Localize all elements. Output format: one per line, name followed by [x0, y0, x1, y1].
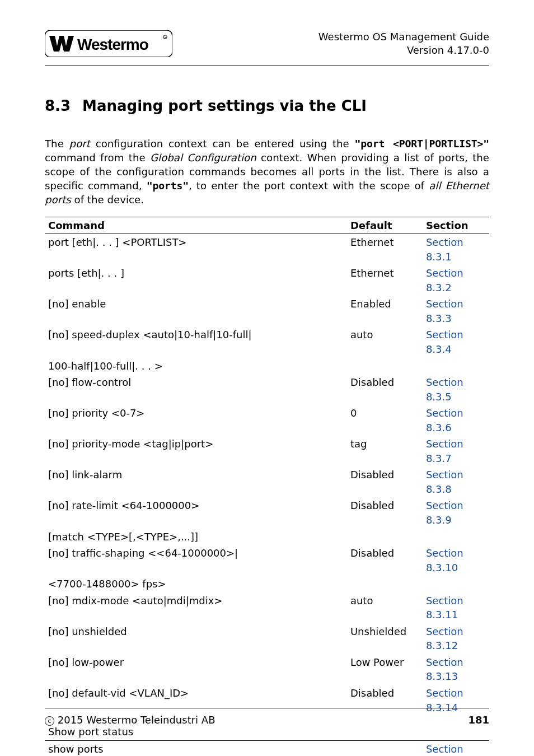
- text-mono: "port <PORT|PORTLIST>": [355, 138, 490, 150]
- cell-def: Disabled: [347, 497, 423, 528]
- cell-cmd: [match <TYPE>[,<TYPE>,...]]: [45, 529, 347, 545]
- table-row: ports [eth|. . . ]EthernetSection 8.3.2: [45, 265, 489, 296]
- section-number: 8.3: [45, 97, 77, 114]
- section-heading: 8.3 Managing port settings via the CLI: [45, 97, 489, 114]
- table-row: [no] priority-mode <tag|ip|port>tagSecti…: [45, 436, 489, 466]
- cell-sec: [423, 358, 489, 375]
- section-link[interactable]: Section 8.3.15: [423, 740, 489, 756]
- footer-copyright-text: 2015 Westermo Teleindustri AB: [54, 714, 215, 726]
- cell-cmd: [no] mdix-mode <auto|mdi|mdix>: [45, 592, 347, 623]
- th-section: Section: [423, 217, 489, 234]
- header-title-line2: Version 4.17.0-0: [318, 44, 489, 57]
- cell-def: Disabled: [347, 545, 423, 576]
- cell-cmd: [no] traffic-shaping <<64-1000000>|: [45, 545, 347, 576]
- intro-paragraph: The port configuration context can be en…: [45, 137, 489, 207]
- section-link[interactable]: Section 8.3.12: [423, 623, 489, 654]
- table-row: [no] link-alarmDisabledSection 8.3.8: [45, 466, 489, 497]
- section-link[interactable]: Section 8.3.4: [423, 326, 489, 357]
- cell-cmd: port [eth|. . . ] <PORTLIST>: [45, 234, 347, 265]
- text: of the device.: [71, 194, 144, 206]
- cell-def: Ethernet: [347, 234, 423, 265]
- cell-sec: [423, 529, 489, 545]
- header-title: Westermo OS Management Guide Version 4.1…: [318, 30, 489, 58]
- cell-cmd: [no] low-power: [45, 654, 347, 685]
- text-italic: Global Configuration: [150, 152, 256, 164]
- section-link[interactable]: Section 8.3.13: [423, 654, 489, 685]
- cell-cmd: ports [eth|. . . ]: [45, 265, 347, 296]
- table-row: [no] rate-limit <64-1000000>DisabledSect…: [45, 497, 489, 528]
- page-footer: c 2015 Westermo Teleindustri AB 181: [45, 708, 489, 726]
- svg-text:Westermo: Westermo: [77, 36, 149, 53]
- cell-def: [347, 358, 423, 375]
- cell-def: Disabled: [347, 374, 423, 405]
- page-header: Westermo R Westermo OS Management Guide …: [45, 30, 489, 66]
- text: command from the: [45, 152, 150, 164]
- page-number: 181: [468, 714, 489, 726]
- section-link[interactable]: Section 8.3.9: [423, 497, 489, 528]
- section-link[interactable]: Section 8.3.3: [423, 296, 489, 326]
- section-link[interactable]: Section 8.3.1: [423, 234, 489, 265]
- table-row: [match <TYPE>[,<TYPE>,...]]: [45, 529, 489, 545]
- th-command: Command: [45, 217, 347, 234]
- table-row: [no] flow-controlDisabledSection 8.3.5: [45, 374, 489, 405]
- table-row: [no] low-powerLow PowerSection 8.3.13: [45, 654, 489, 685]
- header-title-line1: Westermo OS Management Guide: [318, 30, 489, 44]
- cell-cmd: [no] flow-control: [45, 374, 347, 405]
- cell-def: auto: [347, 326, 423, 357]
- command-table: Command Default Section port [eth|. . . …: [45, 217, 489, 756]
- text-italic: port: [69, 138, 90, 150]
- table-row: [no] unshieldedUnshieldedSection 8.3.12: [45, 623, 489, 654]
- cell-sec: [423, 576, 489, 592]
- footer-copyright: c 2015 Westermo Teleindustri AB: [45, 714, 215, 726]
- cell-def: Enabled: [347, 296, 423, 326]
- cell-def: Ethernet: [347, 265, 423, 296]
- cell-cmd: [no] unshielded: [45, 623, 347, 654]
- cell-cmd: [no] rate-limit <64-1000000>: [45, 497, 347, 528]
- section-title-text: Managing port settings via the CLI: [82, 97, 367, 114]
- table-header-row: Command Default Section: [45, 217, 489, 234]
- section-link[interactable]: Section 8.3.2: [423, 265, 489, 296]
- table-row: [no] enableEnabledSection 8.3.3: [45, 296, 489, 326]
- cell-cmd: [no] link-alarm: [45, 466, 347, 497]
- text: The: [45, 138, 69, 150]
- table-row: [no] priority <0-7>0Section 8.3.6: [45, 405, 489, 436]
- table-row: show portsSection 8.3.15: [45, 740, 489, 756]
- copyright-icon: c: [45, 716, 54, 726]
- table-row: [no] speed-duplex <auto|10-half|10-full|…: [45, 326, 489, 357]
- table-row: <7700-1488000> fps>: [45, 576, 489, 592]
- cell-def: 0: [347, 405, 423, 436]
- cell-def: Unshielded: [347, 623, 423, 654]
- cell-def: Low Power: [347, 654, 423, 685]
- table-row: [no] mdix-mode <auto|mdi|mdix>autoSectio…: [45, 592, 489, 623]
- cell-cmd: show ports: [45, 740, 347, 756]
- text-mono: "ports": [147, 180, 189, 192]
- cell-def: Disabled: [347, 466, 423, 497]
- th-default: Default: [347, 217, 423, 234]
- cell-def: [347, 740, 423, 756]
- cell-cmd: [no] enable: [45, 296, 347, 326]
- table-row: [no] traffic-shaping <<64-1000000>|Disab…: [45, 545, 489, 576]
- cell-cmd: <7700-1488000> fps>: [45, 576, 347, 592]
- cell-def: auto: [347, 592, 423, 623]
- cell-def: [347, 576, 423, 592]
- cell-cmd: [no] priority <0-7>: [45, 405, 347, 436]
- table-row: port [eth|. . . ] <PORTLIST>EthernetSect…: [45, 234, 489, 265]
- section-link[interactable]: Section 8.3.11: [423, 592, 489, 623]
- section-link[interactable]: Section 8.3.5: [423, 374, 489, 405]
- cell-def: [347, 529, 423, 545]
- table-row: 100-half|100-full|. . . >: [45, 358, 489, 375]
- section-link[interactable]: Section 8.3.7: [423, 436, 489, 466]
- cell-cmd: [no] priority-mode <tag|ip|port>: [45, 436, 347, 466]
- cell-cmd: 100-half|100-full|. . . >: [45, 358, 347, 375]
- text: , to enter the port context with the sco…: [189, 180, 429, 192]
- section-link[interactable]: Section 8.3.8: [423, 466, 489, 497]
- westermo-logo: Westermo R: [45, 30, 172, 57]
- cell-def: tag: [347, 436, 423, 466]
- text: configuration context can be entered usi…: [90, 138, 355, 150]
- section-link[interactable]: Section 8.3.6: [423, 405, 489, 436]
- cell-cmd: [no] speed-duplex <auto|10-half|10-full|: [45, 326, 347, 357]
- section-link[interactable]: Section 8.3.10: [423, 545, 489, 576]
